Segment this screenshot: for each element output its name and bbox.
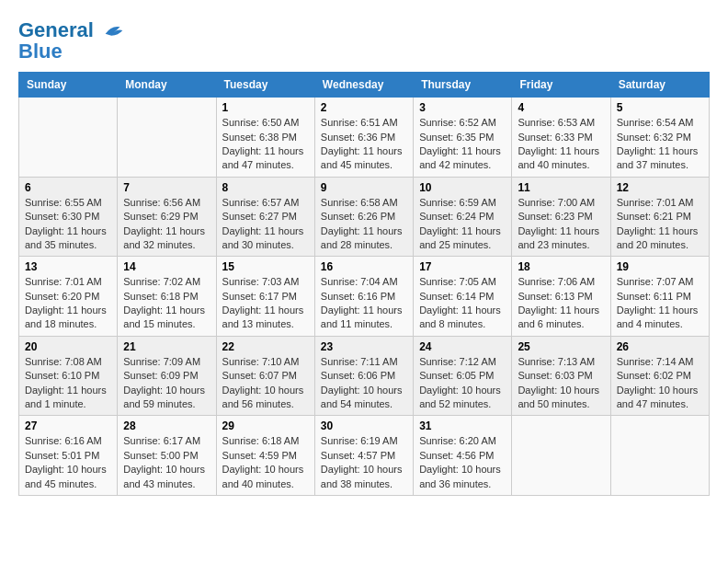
day-number: 30: [321, 419, 407, 432]
day-number: 17: [419, 260, 506, 273]
calendar-cell: 12Sunrise: 7:01 AM Sunset: 6:21 PM Dayli…: [610, 177, 709, 257]
calendar-cell: 1Sunrise: 6:50 AM Sunset: 6:38 PM Daylig…: [216, 98, 314, 178]
calendar-table: SundayMondayTuesdayWednesdayThursdayFrid…: [18, 72, 710, 496]
day-info: Sunrise: 7:06 AM Sunset: 6:13 PM Dayligh…: [518, 275, 604, 332]
day-number: 13: [25, 260, 111, 273]
day-number: 11: [518, 181, 604, 194]
day-info: Sunrise: 7:08 AM Sunset: 6:10 PM Dayligh…: [25, 355, 111, 412]
day-number: 4: [518, 101, 604, 114]
calendar-cell: 17Sunrise: 7:05 AM Sunset: 6:14 PM Dayli…: [414, 257, 512, 337]
calendar-cell: 15Sunrise: 7:03 AM Sunset: 6:17 PM Dayli…: [216, 257, 314, 337]
calendar-cell: 31Sunrise: 6:20 AM Sunset: 4:56 PM Dayli…: [414, 416, 512, 496]
day-info: Sunrise: 7:02 AM Sunset: 6:18 PM Dayligh…: [123, 275, 210, 332]
column-header-sunday: Sunday: [19, 73, 118, 98]
day-number: 21: [123, 340, 210, 353]
day-info: Sunrise: 6:58 AM Sunset: 6:26 PM Dayligh…: [321, 196, 407, 253]
day-info: Sunrise: 7:00 AM Sunset: 6:23 PM Dayligh…: [518, 196, 604, 253]
day-number: 18: [518, 260, 604, 273]
day-number: 15: [222, 260, 309, 273]
column-header-tuesday: Tuesday: [216, 73, 314, 98]
calendar-cell: 6Sunrise: 6:55 AM Sunset: 6:30 PM Daylig…: [19, 177, 118, 257]
day-info: Sunrise: 6:55 AM Sunset: 6:30 PM Dayligh…: [25, 196, 111, 253]
column-header-saturday: Saturday: [610, 73, 709, 98]
column-header-friday: Friday: [512, 73, 610, 98]
day-number: 3: [419, 101, 506, 114]
day-info: Sunrise: 7:03 AM Sunset: 6:17 PM Dayligh…: [222, 275, 309, 332]
day-info: Sunrise: 6:51 AM Sunset: 6:36 PM Dayligh…: [321, 116, 407, 173]
calendar-cell: 5Sunrise: 6:54 AM Sunset: 6:32 PM Daylig…: [610, 98, 709, 178]
calendar-cell: 7Sunrise: 6:56 AM Sunset: 6:29 PM Daylig…: [118, 177, 216, 257]
calendar-week-3: 13Sunrise: 7:01 AM Sunset: 6:20 PM Dayli…: [19, 257, 710, 337]
day-number: 14: [123, 260, 210, 273]
day-number: 5: [617, 101, 703, 114]
calendar-cell: 27Sunrise: 6:16 AM Sunset: 5:01 PM Dayli…: [19, 416, 118, 496]
day-info: Sunrise: 6:50 AM Sunset: 6:38 PM Dayligh…: [222, 116, 309, 173]
calendar-cell: 2Sunrise: 6:51 AM Sunset: 6:36 PM Daylig…: [314, 98, 413, 178]
day-number: 29: [222, 419, 309, 432]
calendar-cell: 10Sunrise: 6:59 AM Sunset: 6:24 PM Dayli…: [414, 177, 512, 257]
calendar-cell: 11Sunrise: 7:00 AM Sunset: 6:23 PM Dayli…: [512, 177, 610, 257]
page-header: General Blue: [18, 18, 710, 63]
day-number: 8: [222, 181, 309, 194]
calendar-cell: 8Sunrise: 6:57 AM Sunset: 6:27 PM Daylig…: [216, 177, 314, 257]
day-info: Sunrise: 7:10 AM Sunset: 6:07 PM Dayligh…: [222, 355, 309, 412]
logo-general: General: [18, 18, 94, 41]
calendar-cell: [610, 416, 709, 496]
day-info: Sunrise: 6:54 AM Sunset: 6:32 PM Dayligh…: [617, 116, 703, 173]
day-info: Sunrise: 7:14 AM Sunset: 6:02 PM Dayligh…: [617, 355, 703, 412]
calendar-week-5: 27Sunrise: 6:16 AM Sunset: 5:01 PM Dayli…: [19, 416, 710, 496]
calendar-cell: [118, 98, 216, 178]
day-number: 27: [25, 419, 111, 432]
day-info: Sunrise: 6:20 AM Sunset: 4:56 PM Dayligh…: [419, 434, 506, 491]
calendar-cell: 25Sunrise: 7:13 AM Sunset: 6:03 PM Dayli…: [512, 336, 610, 416]
calendar-week-2: 6Sunrise: 6:55 AM Sunset: 6:30 PM Daylig…: [19, 177, 710, 257]
calendar-week-1: 1Sunrise: 6:50 AM Sunset: 6:38 PM Daylig…: [19, 98, 710, 178]
day-info: Sunrise: 6:53 AM Sunset: 6:33 PM Dayligh…: [518, 116, 604, 173]
day-info: Sunrise: 7:11 AM Sunset: 6:06 PM Dayligh…: [321, 355, 407, 412]
day-info: Sunrise: 7:01 AM Sunset: 6:20 PM Dayligh…: [25, 275, 111, 332]
day-info: Sunrise: 7:13 AM Sunset: 6:03 PM Dayligh…: [518, 355, 604, 412]
day-number: 19: [617, 260, 703, 273]
day-info: Sunrise: 7:12 AM Sunset: 6:05 PM Dayligh…: [419, 355, 506, 412]
day-number: 22: [222, 340, 309, 353]
calendar-cell: 20Sunrise: 7:08 AM Sunset: 6:10 PM Dayli…: [19, 336, 118, 416]
calendar-cell: 19Sunrise: 7:07 AM Sunset: 6:11 PM Dayli…: [610, 257, 709, 337]
calendar-cell: 14Sunrise: 7:02 AM Sunset: 6:18 PM Dayli…: [118, 257, 216, 337]
day-info: Sunrise: 6:18 AM Sunset: 4:59 PM Dayligh…: [222, 434, 309, 491]
day-number: 24: [419, 340, 506, 353]
calendar-cell: 13Sunrise: 7:01 AM Sunset: 6:20 PM Dayli…: [19, 257, 118, 337]
column-header-wednesday: Wednesday: [314, 73, 413, 98]
calendar-cell: 22Sunrise: 7:10 AM Sunset: 6:07 PM Dayli…: [216, 336, 314, 416]
calendar-cell: 23Sunrise: 7:11 AM Sunset: 6:06 PM Dayli…: [314, 336, 413, 416]
day-number: 26: [617, 340, 703, 353]
day-number: 9: [321, 181, 407, 194]
day-info: Sunrise: 7:05 AM Sunset: 6:14 PM Dayligh…: [419, 275, 506, 332]
calendar-cell: 24Sunrise: 7:12 AM Sunset: 6:05 PM Dayli…: [414, 336, 512, 416]
calendar-cell: 30Sunrise: 6:19 AM Sunset: 4:57 PM Dayli…: [314, 416, 413, 496]
calendar-cell: 4Sunrise: 6:53 AM Sunset: 6:33 PM Daylig…: [512, 98, 610, 178]
calendar-cell: [19, 98, 118, 178]
day-number: 23: [321, 340, 407, 353]
day-info: Sunrise: 6:17 AM Sunset: 5:00 PM Dayligh…: [123, 434, 210, 491]
day-number: 7: [123, 181, 210, 194]
calendar-cell: 18Sunrise: 7:06 AM Sunset: 6:13 PM Dayli…: [512, 257, 610, 337]
day-number: 16: [321, 260, 407, 273]
calendar-header-row: SundayMondayTuesdayWednesdayThursdayFrid…: [19, 73, 710, 98]
day-number: 10: [419, 181, 506, 194]
logo: General Blue: [18, 18, 127, 63]
calendar-week-4: 20Sunrise: 7:08 AM Sunset: 6:10 PM Dayli…: [19, 336, 710, 416]
calendar-cell: 28Sunrise: 6:17 AM Sunset: 5:00 PM Dayli…: [118, 416, 216, 496]
day-info: Sunrise: 6:19 AM Sunset: 4:57 PM Dayligh…: [321, 434, 407, 491]
day-number: 1: [222, 101, 309, 114]
day-info: Sunrise: 6:56 AM Sunset: 6:29 PM Dayligh…: [123, 196, 210, 253]
column-header-thursday: Thursday: [414, 73, 512, 98]
logo-blue: Blue: [18, 40, 63, 63]
day-number: 31: [419, 419, 506, 432]
calendar-cell: 26Sunrise: 7:14 AM Sunset: 6:02 PM Dayli…: [610, 336, 709, 416]
day-number: 2: [321, 101, 407, 114]
calendar-cell: [512, 416, 610, 496]
day-number: 20: [25, 340, 111, 353]
logo-bird-icon: [101, 18, 127, 44]
calendar-body: 1Sunrise: 6:50 AM Sunset: 6:38 PM Daylig…: [19, 98, 710, 496]
day-info: Sunrise: 7:01 AM Sunset: 6:21 PM Dayligh…: [617, 196, 703, 253]
